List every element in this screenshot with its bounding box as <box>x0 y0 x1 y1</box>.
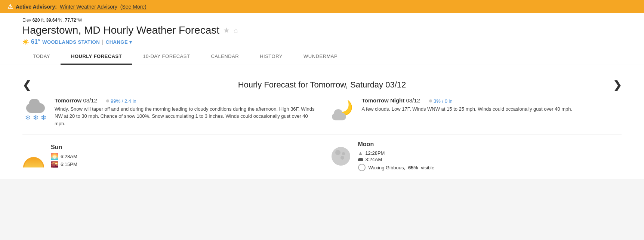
day-forecast-card: ❄ ❄ ❄ Tomorrow 03/12 99% / 2.4 in Windy.… <box>22 97 315 127</box>
header: Elev 620 ft, 39.64°N, 77.72°W Hagerstown… <box>0 13 644 65</box>
night-forecast-info: Tomorrow Night 03/12 3% / 0 in A few clo… <box>362 97 622 113</box>
day-label-date: 03/12 <box>83 97 97 104</box>
night-label-bold: Tomorrow Night <box>362 97 405 104</box>
moon-rise-time: 12:28PM <box>365 150 385 156</box>
forecast-cards: ❄ ❄ ❄ Tomorrow 03/12 99% / 2.4 in Windy.… <box>22 97 622 127</box>
moon-info: Moon ▲ 12:28PM 3:24AM Waxing Gibbous, 65… <box>358 141 435 171</box>
temperature-badge: 61° <box>31 39 40 45</box>
forecast-header: ❮ Hourly Forecast for Tomorrow, Saturday… <box>22 80 622 90</box>
ft-label: ft, <box>41 18 45 23</box>
favorite-icon[interactable]: ★ <box>223 26 230 35</box>
moon-visible-label: visible <box>421 165 434 170</box>
station-separator: | <box>102 39 104 45</box>
forecast-title: Hourly Forecast for Tomorrow, Saturday 0… <box>238 80 406 90</box>
day-forecast-label: Tomorrow 03/12 99% / 2.4 in <box>55 97 315 104</box>
day-weather-icon: ❄ ❄ ❄ <box>22 97 49 123</box>
change-station-link[interactable]: CHANGE ▾ <box>106 39 132 45</box>
elevation-value: 620 <box>33 18 40 23</box>
night-precip-dot <box>429 99 432 102</box>
sun-set-row: 🌇 6:15PM <box>51 161 77 168</box>
moon-rise-row: ▲ 12:28PM <box>358 150 435 156</box>
lat-dir: °N <box>57 18 62 23</box>
sun-rise-row: 🌅 6:28AM <box>51 153 77 160</box>
page-title-text: Hagerstown, MD Hourly Weather Forecast <box>22 24 219 36</box>
moonrise-icon: ▲ <box>358 150 363 156</box>
sunrise-icon: 🌅 <box>51 153 58 160</box>
moon-panel: Moon ▲ 12:28PM 3:24AM Waxing Gibbous, 65… <box>330 141 622 171</box>
location-meta: Elev 620 ft, 39.64°N, 77.72°W <box>22 18 622 23</box>
moonset-icon <box>358 158 363 161</box>
moon-set-row: 3:24AM <box>358 157 435 162</box>
prev-day-arrow[interactable]: ❮ <box>22 79 31 91</box>
sun-title: Sun <box>51 144 77 151</box>
advisory-label: Active Advisory: <box>16 4 57 10</box>
next-day-arrow[interactable]: ❯ <box>613 79 622 91</box>
tab-history[interactable]: HISTORY <box>249 49 293 65</box>
night-forecast-label: Tomorrow Night 03/12 3% / 0 in <box>362 97 622 104</box>
station-name: WOODLANDS STATION <box>42 39 100 45</box>
night-label-date: 03/12 <box>406 97 420 104</box>
moon-phase-row: Waxing Gibbous, 65% visible <box>358 164 435 171</box>
day-forecast-desc: Windy. Snow will taper off and end durin… <box>55 105 315 127</box>
day-label-bold: Tomorrow <box>55 97 81 104</box>
advisory-banner: ⚠ Active Advisory: Winter Weather Adviso… <box>0 0 644 13</box>
warning-icon: ⚠ <box>7 3 13 10</box>
moon-set-time: 3:24AM <box>366 157 382 162</box>
tab-calendar[interactable]: CALENDAR <box>200 49 249 65</box>
night-forecast-card: 🌙 Tomorrow Night 03/12 3% / 0 in A few c… <box>330 97 622 127</box>
tab-today[interactable]: TODAY <box>22 49 61 65</box>
night-precip-link[interactable]: 3% / 0 in <box>429 98 453 104</box>
moon-phase-icon <box>358 164 366 171</box>
sun-info: Sun 🌅 6:28AM 🌇 6:15PM <box>51 144 77 169</box>
advisory-link[interactable]: Winter Weather Advisory <box>60 4 117 10</box>
precip-dot <box>106 99 109 102</box>
sun-set-time: 6:15PM <box>61 161 77 167</box>
lon-value: 77.72 <box>65 18 76 23</box>
moon-title: Moon <box>358 141 435 148</box>
sunset-icon: 🌇 <box>51 161 58 168</box>
lat-value: 39.64 <box>46 18 57 23</box>
sun-icon <box>22 145 45 167</box>
elev-label: Elev <box>22 18 31 23</box>
tab-wundermap[interactable]: WUNDERMAP <box>293 49 348 65</box>
moon-visibility: 65% <box>408 165 418 170</box>
moon-phase-text: Waxing Gibbous, <box>369 165 406 170</box>
home-icon[interactable]: ⌂ <box>234 26 238 35</box>
night-forecast-desc: A few clouds. Low 17F. Winds WNW at 15 t… <box>362 105 622 113</box>
moon-icon <box>330 145 352 167</box>
night-weather-icon: 🌙 <box>330 97 356 123</box>
main-content: ❮ Hourly Forecast for Tomorrow, Saturday… <box>0 65 644 179</box>
tab-hourly-forecast[interactable]: HOURLY FORECAST <box>61 49 132 65</box>
day-forecast-info: Tomorrow 03/12 99% / 2.4 in Windy. Snow … <box>55 97 315 127</box>
nav-tabs: TODAY HOURLY FORECAST 10-DAY FORECAST CA… <box>22 49 622 65</box>
sun-rise-time: 6:28AM <box>61 154 77 159</box>
sun-moon-section: Sun 🌅 6:28AM 🌇 6:15PM <box>22 135 622 171</box>
day-precip-link[interactable]: 99% / 2.4 in <box>106 98 136 104</box>
page-title: Hagerstown, MD Hourly Weather Forecast ★… <box>22 24 622 36</box>
see-more-link[interactable]: (See More) <box>120 4 147 10</box>
weather-icon-small: ☀️ <box>22 39 29 45</box>
tab-10day-forecast[interactable]: 10-DAY FORECAST <box>132 49 200 65</box>
sun-panel: Sun 🌅 6:28AM 🌇 6:15PM <box>22 141 315 171</box>
station-row: ☀️ 61° WOODLANDS STATION | CHANGE ▾ <box>22 39 622 45</box>
lon-dir: °W <box>76 18 82 23</box>
